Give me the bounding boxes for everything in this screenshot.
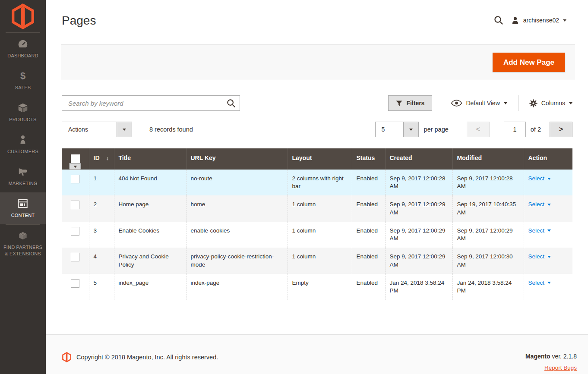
grid-controls-row: Actions 8 records found 5 per page < of … [62,122,572,137]
gear-icon [529,99,537,107]
person-icon [18,134,28,145]
eye-icon [451,100,462,107]
cell-created: Sep 9, 2017 12:00:29 AM [385,248,452,273]
column-header-layout[interactable]: Layout [288,148,352,170]
actions-select[interactable]: Actions [62,122,132,137]
pagination: 5 per page < of 2 > [375,122,572,137]
page-title: Pages [62,14,96,28]
vertical-divider [518,95,518,111]
row-checkbox[interactable] [71,201,79,209]
sidebar-item-label: CUSTOMERS [6,148,40,154]
cell-created: Jan 24, 2018 3:58:24 PM [385,274,452,300]
cell-url-key: enable-cookies [186,222,288,248]
footer: Copyright © 2018 Magento, Inc. All right… [46,334,588,374]
column-header-id[interactable]: ID↓ [89,148,114,170]
footer-version-block: Magento ver. 2.1.8 Report Bugs [525,353,577,371]
cell-title: Home page [114,195,186,221]
page-header: Pages archisense02 [46,0,588,44]
cell-created: Sep 9, 2017 12:00:28 AM [385,170,452,195]
sidebar-item-dashboard[interactable]: DASHBOARD [0,33,46,65]
row-checkbox[interactable] [71,253,79,261]
actions-select-label: Actions [62,122,117,137]
search-icon[interactable] [227,99,236,109]
columns-dropdown[interactable]: Columns [529,99,572,107]
add-new-page-button[interactable]: Add New Page [493,53,565,72]
previous-page-button[interactable]: < [467,122,490,137]
magento-logo-icon [12,3,34,29]
sidebar-item-find-partners[interactable]: FIND PARTNERS & EXTENSIONS [0,225,46,262]
row-select-action[interactable]: Select [528,253,551,261]
table-row: 4 Privacy and Cookie Policy privacy-poli… [62,248,572,273]
cell-title: 404 Not Found [114,170,186,195]
report-bugs-link[interactable]: Report Bugs [544,365,577,371]
megaphone-icon [17,166,28,177]
column-header-title[interactable]: Title [114,148,186,170]
row-checkbox[interactable] [71,175,79,183]
dashboard-gauge-icon [17,38,28,50]
sidebar: DASHBOARD $ SALES PRODUCTS CUSTOMERS MAR… [0,0,46,374]
table-row: 3 Enable Cookies enable-cookies 1 column… [62,222,572,248]
cell-url-key: home [186,195,288,221]
row-select-action[interactable]: Select [528,279,551,287]
search-input[interactable] [62,96,240,110]
cell-status: Enabled [352,248,385,273]
select-all-dropdown[interactable] [70,163,81,170]
magento-footer-logo-icon [62,352,71,362]
per-page-select[interactable]: 5 [375,122,419,137]
row-checkbox[interactable] [71,279,79,288]
cell-id: 1 [89,170,114,195]
cell-layout: 1 column [288,222,352,248]
cell-modified: Sep 9, 2017 12:00:28 AM [452,170,524,195]
filters-button[interactable]: Filters [388,95,432,111]
funnel-icon [396,100,402,107]
user-menu[interactable]: archisense02 [511,16,566,25]
partner-cube-icon [17,230,28,241]
sidebar-item-customers[interactable]: CUSTOMERS [0,129,46,160]
magento-logo[interactable] [0,0,46,32]
box-icon [17,102,28,113]
copyright-text: Copyright © 2018 Magento, Inc. All right… [76,354,218,361]
column-header-action[interactable]: Action [524,148,572,170]
table-row: 5 index_page index-page Empty Enabled Ja… [62,274,572,300]
page-number-input[interactable] [504,122,526,137]
row-select-action[interactable]: Select [528,175,551,182]
cell-layout: Empty [288,274,352,300]
select-all-checkbox[interactable] [71,154,80,163]
mass-actions: Actions 8 records found [62,122,193,137]
row-checkbox[interactable] [71,227,79,236]
row-select-action[interactable]: Select [528,227,551,235]
column-header-url-key[interactable]: URL Key [186,148,288,170]
sidebar-item-marketing[interactable]: MARKETING [0,160,46,192]
next-page-button[interactable]: > [550,122,572,137]
user-avatar-icon [511,16,519,25]
keyword-search-box [62,95,240,111]
cell-title: Enable Cookies [114,222,186,248]
cell-modified: Sep 9, 2017 12:00:30 AM [452,248,524,273]
sidebar-item-sales[interactable]: $ SALES [0,65,46,97]
column-header-status[interactable]: Status [352,148,385,170]
username: archisense02 [523,17,559,24]
cell-layout: 1 column [288,195,352,221]
records-count: 8 records found [149,126,193,133]
page-actions-band: Add New Page [61,44,575,80]
filters-label: Filters [406,100,424,107]
column-header-modified[interactable]: Modified [452,148,524,170]
global-search-icon[interactable] [494,16,503,25]
column-header-created[interactable]: Created [385,148,452,170]
cell-id: 3 [89,222,114,248]
row-select-action[interactable]: Select [528,201,551,208]
layout-icon [17,198,28,209]
view-tools: Filters Default View [388,95,572,111]
main-content: Pages archisense02 Add New Page [46,0,588,374]
chevron-down-icon [547,282,551,284]
columns-label: Columns [541,100,565,107]
table-row: 2 Home page home 1 column Enabled Sep 9,… [62,195,572,221]
chevron-down-icon [547,178,551,180]
sidebar-item-products[interactable]: PRODUCTS [0,97,46,129]
chevron-down-icon [547,204,551,206]
chevron-down-icon [117,122,132,137]
cell-id: 4 [89,248,114,273]
footer-copyright-block: Copyright © 2018 Magento, Inc. All right… [62,352,218,362]
sidebar-item-content[interactable]: CONTENT [0,192,46,224]
view-dropdown[interactable]: Default View [451,100,507,107]
